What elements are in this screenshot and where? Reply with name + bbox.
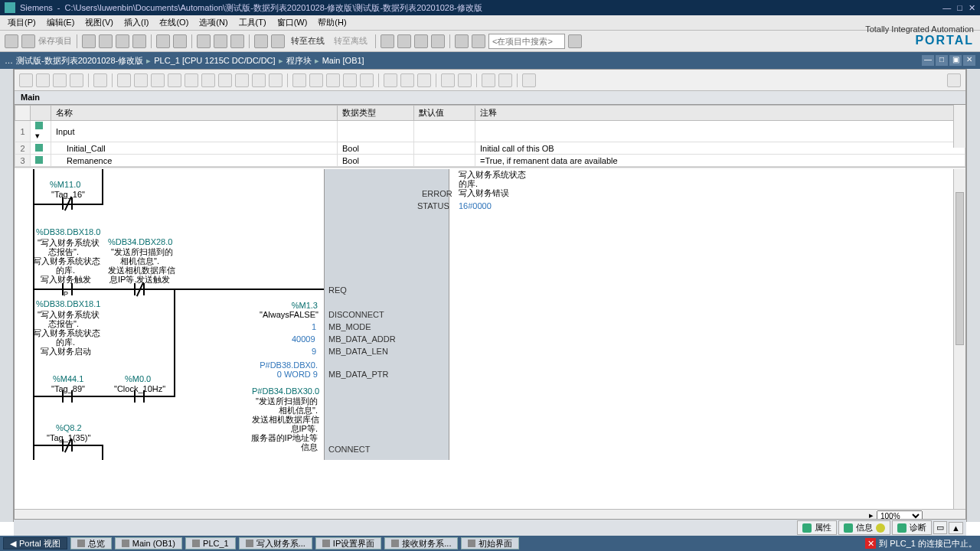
et-icon[interactable] — [360, 73, 374, 87]
tb-icon-5[interactable] — [472, 34, 485, 48]
inspector-expand-button[interactable]: ▲ — [949, 522, 963, 534]
col-type[interactable]: 数据类型 — [338, 106, 414, 121]
upload-icon[interactable] — [230, 34, 244, 48]
paste-icon[interactable] — [116, 34, 129, 48]
tab-diagnostics[interactable]: 诊断 — [892, 520, 932, 535]
start-icon[interactable] — [271, 34, 285, 48]
task-item[interactable]: 写入财务系... — [239, 537, 312, 549]
start-sim-icon[interactable] — [254, 34, 268, 48]
col-comment[interactable]: 注释 — [475, 106, 965, 121]
menu-online[interactable]: 在线(O) — [155, 15, 193, 30]
et-icon[interactable] — [19, 73, 33, 87]
et-icon[interactable] — [522, 73, 536, 87]
tb-icon-1[interactable] — [381, 34, 394, 48]
tb-icon-4[interactable] — [455, 34, 469, 48]
et-icon[interactable] — [309, 73, 323, 87]
editor-float-button[interactable]: □ — [936, 55, 948, 66]
tb-icon-3[interactable] — [414, 34, 428, 48]
compile-icon[interactable] — [197, 34, 211, 48]
no-contact[interactable] — [62, 390, 73, 403]
menu-tools[interactable]: 工具(T) — [234, 15, 271, 30]
tab-info[interactable]: 信息 — [838, 520, 890, 535]
et-icon[interactable] — [168, 73, 181, 87]
new-project-icon[interactable] — [5, 34, 18, 48]
et-icon[interactable] — [151, 73, 165, 87]
menu-project[interactable]: 项目(P) — [3, 15, 41, 30]
task-main-ob1[interactable]: Main (OB1) — [115, 537, 182, 549]
task-item[interactable]: 接收财务系... — [384, 537, 458, 549]
menu-window[interactable]: 窗口(W) — [273, 15, 312, 30]
cut-icon[interactable] — [82, 34, 96, 48]
table-row[interactable]: 3 Remanence Bool =True, if remanent data… — [15, 155, 965, 167]
close-button[interactable]: ✕ — [969, 3, 975, 13]
task-item[interactable]: 初始界面 — [461, 537, 519, 549]
et-icon[interactable] — [117, 73, 131, 87]
col-name[interactable]: 名称 — [51, 106, 338, 121]
et-icon[interactable] — [235, 73, 249, 87]
col-default[interactable]: 默认值 — [414, 106, 475, 121]
task-overview[interactable]: 总览 — [70, 537, 112, 549]
save-project-button[interactable]: 保存项目 — [38, 35, 72, 47]
et-icon[interactable] — [134, 73, 148, 87]
crumb-main[interactable]: Main [OB1] — [322, 56, 364, 65]
tb-icon-2[interactable] — [397, 34, 411, 48]
no-contact[interactable] — [134, 390, 145, 403]
et-icon[interactable] — [218, 73, 232, 87]
project-search-input[interactable] — [488, 34, 565, 49]
et-icon[interactable] — [70, 73, 83, 87]
et-icon[interactable] — [343, 73, 357, 87]
max-button[interactable]: □ — [957, 3, 962, 13]
tab-properties[interactable]: 属性 — [797, 520, 837, 535]
nc-contact[interactable] — [62, 197, 73, 210]
et-icon[interactable] — [93, 73, 107, 87]
et-icon[interactable] — [326, 73, 340, 87]
et-icon[interactable] — [292, 73, 306, 87]
menu-view[interactable]: 视图(V) — [80, 15, 118, 30]
menu-options[interactable]: 选项(N) — [194, 15, 232, 30]
delete-icon[interactable] — [132, 34, 146, 48]
search-go-icon[interactable] — [568, 34, 582, 48]
nc-contact[interactable] — [134, 283, 145, 295]
table-row[interactable]: 2 Initial_Call Bool Initial call of this… — [15, 142, 965, 155]
et-icon[interactable] — [252, 73, 266, 87]
table-row[interactable]: 1▾ Input — [15, 121, 965, 142]
inspector-collapse-button[interactable]: ▭ — [933, 521, 947, 534]
et-icon[interactable] — [498, 73, 512, 87]
left-collapsed-panel[interactable] — [0, 69, 14, 522]
interface-vscroll[interactable] — [953, 105, 965, 148]
right-collapsed-panel[interactable] — [966, 69, 980, 522]
et-icon[interactable] — [185, 73, 198, 87]
et-icon[interactable] — [417, 73, 431, 87]
et-icon[interactable] — [53, 73, 67, 87]
network-canvas[interactable]: %M11.0 "Tag_16" %DB38.DBX18.0 "写入财务系统状 态… — [15, 169, 953, 509]
et-expand-icon[interactable] — [947, 73, 961, 87]
nc-contact[interactable] — [62, 439, 73, 452]
copy-icon[interactable] — [99, 34, 113, 48]
go-online-button[interactable]: 转至在线 — [288, 35, 328, 47]
min-button[interactable]: — — [942, 3, 951, 13]
menu-insert[interactable]: 插入(I) — [119, 15, 153, 30]
et-icon[interactable] — [482, 73, 495, 87]
et-icon[interactable] — [458, 73, 472, 87]
editor-max-button[interactable]: ▣ — [949, 55, 962, 66]
menu-help[interactable]: 帮助(H) — [313, 15, 351, 30]
menu-edit[interactable]: 编辑(E) — [42, 15, 80, 30]
portal-view-button[interactable]: ◀ Portal 视图 — [3, 537, 67, 549]
crumb-project[interactable]: 测试版-数据列表20201028-修改版 — [16, 55, 143, 67]
go-offline-button[interactable]: 转至离线 — [331, 35, 371, 47]
et-icon[interactable] — [384, 73, 397, 87]
download-icon[interactable] — [214, 34, 227, 48]
editor-min-button[interactable]: — — [922, 55, 934, 66]
tb-cancel-icon[interactable] — [431, 34, 445, 48]
crumb-plc[interactable]: PLC_1 [CPU 1215C DC/DC/DC] — [154, 56, 275, 65]
open-project-icon[interactable] — [21, 34, 35, 48]
undo-icon[interactable] — [156, 34, 170, 48]
editor-close-button[interactable]: ✕ — [963, 55, 975, 66]
task-plc1[interactable]: PLC_1 — [185, 537, 236, 549]
redo-icon[interactable] — [173, 34, 187, 48]
et-icon[interactable] — [400, 73, 414, 87]
et-icon[interactable] — [201, 73, 215, 87]
editor-vscroll[interactable] — [953, 169, 965, 509]
et-icon[interactable] — [269, 73, 283, 87]
et-icon[interactable] — [441, 73, 455, 87]
